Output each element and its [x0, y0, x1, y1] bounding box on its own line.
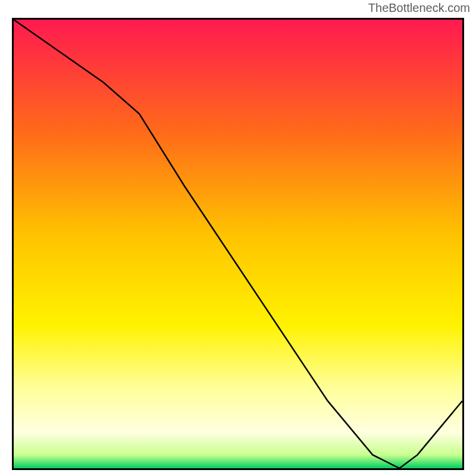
chart-plot-area — [12, 18, 464, 470]
chart-background — [14, 20, 462, 468]
attribution-text: TheBottleneck.com — [368, 1, 470, 15]
chart-svg — [14, 20, 462, 468]
